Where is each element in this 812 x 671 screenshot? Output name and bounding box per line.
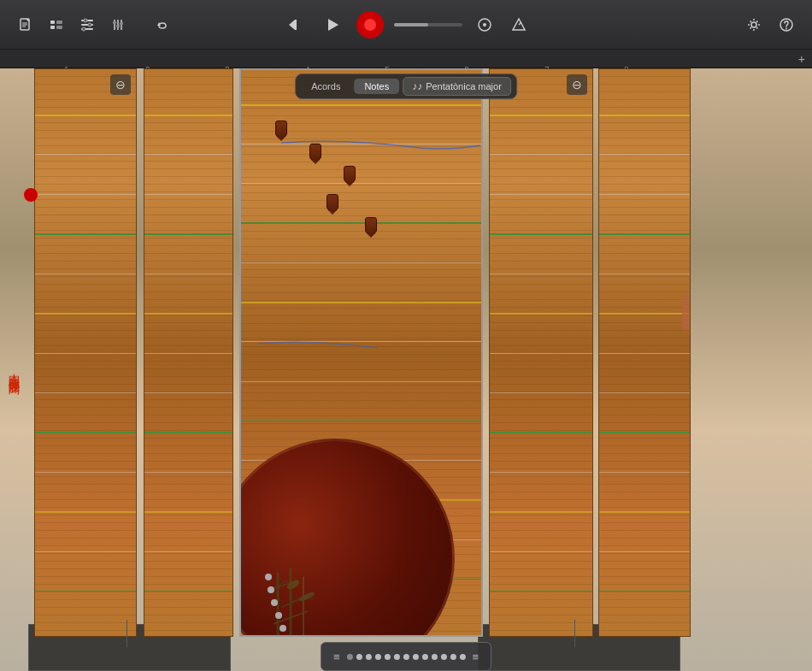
bridge-note-4[interactable] <box>327 194 338 211</box>
smart-controls-icon[interactable] <box>75 13 99 37</box>
tab-acords[interactable]: Acords <box>301 79 350 94</box>
record-button[interactable] <box>356 11 384 38</box>
center-string-g-1 <box>241 222 481 224</box>
zoom-out-right1[interactable]: ⊖ <box>567 74 587 95</box>
chinese-text-sidebar: 人 間 能 得 幾 回 聞 <box>0 68 27 671</box>
string-w-r2-5 <box>599 392 690 393</box>
undo-icon[interactable] <box>150 13 174 37</box>
svg-point-24 <box>483 23 486 26</box>
loop-dot-6 <box>394 654 400 660</box>
center-string-y-2 <box>241 302 481 303</box>
string-g-l2-1 <box>144 233 232 235</box>
bridge-note-5[interactable] <box>365 217 377 234</box>
svg-point-29 <box>786 27 787 29</box>
bridge-pin-4 <box>275 612 282 619</box>
main-editor: 人 間 能 得 幾 回 聞 ⊖ <box>0 68 812 671</box>
right-menu-icon[interactable]: ≡ <box>473 650 480 663</box>
string-g-r1-1 <box>490 233 592 235</box>
string-g-r1-3 <box>490 591 592 592</box>
string-green-2 <box>35 432 136 433</box>
bridge-note-3[interactable] <box>344 166 356 183</box>
track-panel-left-1[interactable]: ⊖ <box>34 68 137 637</box>
center-string-g-2 <box>241 421 481 422</box>
string-g-r2-3 <box>599 591 690 592</box>
string-w-r2-4 <box>599 353 690 354</box>
loop-region-bar[interactable]: ≡ ≡ <box>321 642 491 671</box>
left-menu-icon[interactable]: ≡ <box>333 650 340 663</box>
string-y-l2-2 <box>144 313 232 315</box>
toolbar <box>0 0 812 50</box>
play-button[interactable] <box>319 11 346 38</box>
center-string-w-5 <box>241 381 481 382</box>
scale-selector[interactable]: ♪♪ Pentatònica major <box>403 77 511 96</box>
string-white-7 <box>35 551 136 552</box>
center-string-w-3 <box>241 262 481 263</box>
active-center-panel[interactable] <box>239 68 483 637</box>
toolbar-right <box>742 13 798 37</box>
string-w-r2-1 <box>599 154 690 155</box>
string-g-r2-1 <box>599 233 690 235</box>
svg-point-11 <box>84 19 87 22</box>
string-w-r1-1 <box>490 154 592 155</box>
string-white-6 <box>35 472 136 473</box>
new-file-icon[interactable] <box>14 13 38 37</box>
string-white-5 <box>35 392 136 393</box>
help-icon[interactable] <box>774 13 798 37</box>
bridge-note-1[interactable] <box>275 121 287 138</box>
bridge-note-2[interactable] <box>309 144 321 161</box>
loop-dot-10 <box>432 654 438 660</box>
string-yellow-2 <box>35 313 136 315</box>
svg-line-26 <box>519 22 521 25</box>
track-panel-right-1[interactable]: ⊖ <box>489 68 593 637</box>
volume-slider[interactable] <box>394 23 462 26</box>
string-w-r1-5 <box>490 392 592 393</box>
center-string-w-4 <box>241 341 481 342</box>
string-white-1 <box>35 154 136 155</box>
loop-dot-12 <box>450 654 456 660</box>
bridge-pin-1 <box>265 574 272 580</box>
loop-dot-8 <box>413 654 419 660</box>
metronome-icon[interactable] <box>473 13 497 37</box>
center-string-w-1 <box>241 144 481 144</box>
timeline-ruler[interactable]: 1 2 3 4 5 6 7 8 + <box>0 50 812 68</box>
tab-notes[interactable]: Notes <box>354 79 399 94</box>
string-w-l2-2 <box>144 194 232 195</box>
loop-dot-7 <box>403 654 409 660</box>
track-panel-right-2[interactable] <box>598 68 691 637</box>
string-green-3 <box>35 591 136 592</box>
string-w-r1-4 <box>490 353 592 354</box>
string-y-l2-3 <box>144 511 232 513</box>
tuner-icon[interactable] <box>507 13 531 37</box>
string-white-3 <box>35 274 136 274</box>
string-w-r2-3 <box>599 274 690 274</box>
rewind-button[interactable] <box>281 11 309 38</box>
svg-point-27 <box>751 22 756 27</box>
track-view-icon[interactable] <box>44 13 68 37</box>
center-string-y-1 <box>241 104 481 106</box>
add-track-button[interactable]: + <box>798 52 805 66</box>
track-panel-left-2[interactable] <box>144 68 233 637</box>
string-y-l2-1 <box>144 115 232 116</box>
string-w-r2-6 <box>599 472 690 473</box>
string-w-r1-3 <box>490 274 592 274</box>
svg-marker-20 <box>289 20 295 30</box>
note-editor-toolbar: Acords Notes ♪♪ Pentatònica major <box>295 74 517 99</box>
svg-rect-21 <box>295 20 297 30</box>
string-y-r2-2 <box>599 313 690 315</box>
string-w-r1-6 <box>490 472 592 473</box>
string-w-r1-2 <box>490 194 592 195</box>
bridge-pin-5 <box>279 625 286 632</box>
loop-dot-9 <box>422 654 428 660</box>
string-w-l2-3 <box>144 274 232 274</box>
settings-icon[interactable] <box>742 13 766 37</box>
panel-right1-controls: ⊖ <box>567 74 587 95</box>
loop-dot-3 <box>366 654 372 660</box>
loop-dot-4 <box>375 654 381 660</box>
mixer-icon[interactable] <box>106 13 130 37</box>
svg-rect-6 <box>56 21 62 24</box>
string-g-l2-2 <box>144 432 232 433</box>
loop-dot-13 <box>460 654 466 660</box>
zoom-out-left1[interactable]: ⊖ <box>110 74 131 95</box>
ruler-marks: 1 2 3 4 5 6 7 8 <box>0 66 812 68</box>
svg-rect-19 <box>120 22 123 25</box>
